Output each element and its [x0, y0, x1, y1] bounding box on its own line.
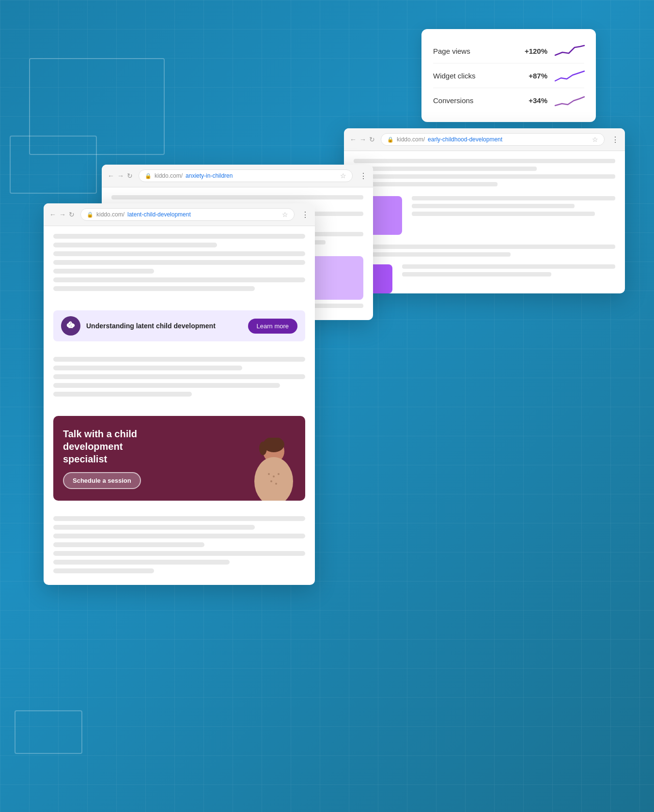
stat-value-conversions: +34%	[518, 96, 547, 105]
stat-row-conversions: Conversions +34%	[433, 88, 584, 112]
lock-icon-1: 🔒	[87, 212, 93, 218]
browser3-right-lines	[412, 196, 615, 235]
stat-label-pageviews: Page views	[433, 47, 518, 55]
browser-window-1: ← → ↻ 🔒 kiddo.com/latent-child-developme…	[44, 203, 315, 585]
browser3-right-lines2	[402, 264, 615, 293]
svg-point-6	[278, 473, 280, 475]
browser-chrome-3: ← → ↻ 🔒 kiddo.com/early-childhood-develo…	[344, 128, 625, 151]
refresh-icon-3[interactable]: ↻	[369, 136, 375, 143]
back-icon-2[interactable]: ←	[108, 172, 114, 180]
browser3-blocks2	[354, 264, 615, 293]
forward-icon-2[interactable]: →	[117, 172, 124, 180]
menu-icon-2[interactable]: ⋮	[359, 171, 367, 181]
svg-point-2	[259, 442, 267, 455]
address-bar-1[interactable]: 🔒 kiddo.com/latent-child-development ☆	[80, 208, 295, 221]
stat-label-widgetclicks: Widget clicks	[433, 72, 518, 80]
forward-icon-3[interactable]: →	[359, 136, 366, 143]
lock-icon-2: 🔒	[145, 173, 152, 179]
menu-icon-1[interactable]: ⋮	[301, 210, 309, 219]
browser1-top-content	[44, 226, 315, 303]
browser3-content	[344, 151, 625, 293]
stat-row-pageviews: Page views +120%	[433, 39, 584, 63]
url-link-1: latent-child-development	[127, 211, 191, 218]
url-static-2: kiddo.com/	[155, 172, 183, 179]
cta-person	[228, 438, 305, 501]
browser-nav-2: ← → ↻	[108, 172, 133, 180]
stats-card: Page views +120% Widget clicks +87% Conv…	[421, 29, 596, 122]
cta-banner: Talk with a child development specialist…	[53, 416, 305, 501]
url-link-3: early-childhood-development	[428, 136, 502, 143]
svg-point-3	[254, 457, 293, 501]
brain-icon	[65, 321, 76, 331]
stat-label-conversions: Conversions	[433, 96, 518, 105]
refresh-icon-1[interactable]: ↻	[69, 211, 75, 218]
stat-value-pageviews: +120%	[518, 47, 547, 55]
schedule-session-button[interactable]: Schedule a session	[63, 472, 141, 489]
cta-content: Talk with a child development specialist…	[63, 428, 160, 489]
browser1-mid-content	[44, 349, 315, 408]
bookmark-icon-3[interactable]: ☆	[592, 136, 598, 143]
bookmark-icon-2[interactable]: ☆	[340, 172, 346, 180]
browser3-blocks	[354, 196, 615, 235]
stat-value-widgetclicks: +87%	[518, 72, 547, 80]
url-static-1: kiddo.com/	[96, 211, 125, 218]
address-bar-3[interactable]: 🔒 kiddo.com/early-childhood-development …	[381, 133, 605, 146]
learn-more-button[interactable]: Learn more	[248, 319, 297, 334]
browser-chrome-2: ← → ↻ 🔒 kiddo.com/anxiety-in-children ☆ …	[102, 165, 373, 187]
stat-row-widgetclicks: Widget clicks +87%	[433, 63, 584, 88]
deco-rect-2	[10, 136, 97, 194]
widget-banner: Understanding latent child development L…	[53, 310, 305, 341]
person-svg	[228, 438, 305, 501]
browser-window-3: ← → ↻ 🔒 kiddo.com/early-childhood-develo…	[344, 128, 625, 293]
bookmark-icon-1[interactable]: ☆	[282, 211, 288, 218]
svg-point-7	[270, 480, 272, 482]
widget-icon	[61, 316, 80, 336]
back-icon-1[interactable]: ←	[49, 211, 56, 218]
widget-text: Understanding latent child development	[86, 322, 242, 330]
url-link-2: anxiety-in-children	[186, 172, 233, 179]
menu-icon-3[interactable]: ⋮	[611, 135, 619, 144]
browser-nav-1: ← → ↻	[49, 211, 75, 218]
cta-title: Talk with a child development specialist	[63, 428, 160, 465]
svg-point-4	[268, 473, 270, 475]
lock-icon-3: 🔒	[387, 137, 394, 143]
address-bar-2[interactable]: 🔒 kiddo.com/anxiety-in-children ☆	[139, 169, 353, 182]
stat-chart-pageviews	[555, 44, 584, 58]
browser-nav-3: ← → ↻	[350, 136, 375, 143]
browser1-bottom-content	[44, 508, 315, 585]
stat-chart-conversions	[555, 93, 584, 107]
refresh-icon-2[interactable]: ↻	[127, 172, 133, 180]
stat-chart-widgetclicks	[555, 68, 584, 83]
svg-point-5	[273, 475, 275, 477]
forward-icon-1[interactable]: →	[59, 211, 66, 218]
browser2-purple-block	[310, 256, 363, 300]
svg-point-8	[275, 483, 277, 485]
url-static-3: kiddo.com/	[397, 136, 425, 143]
deco-rect-3	[15, 710, 82, 754]
browser-chrome-1: ← → ↻ 🔒 kiddo.com/latent-child-developme…	[44, 203, 315, 226]
browser3-bottom-lines	[354, 245, 615, 257]
back-icon-3[interactable]: ←	[350, 136, 357, 143]
